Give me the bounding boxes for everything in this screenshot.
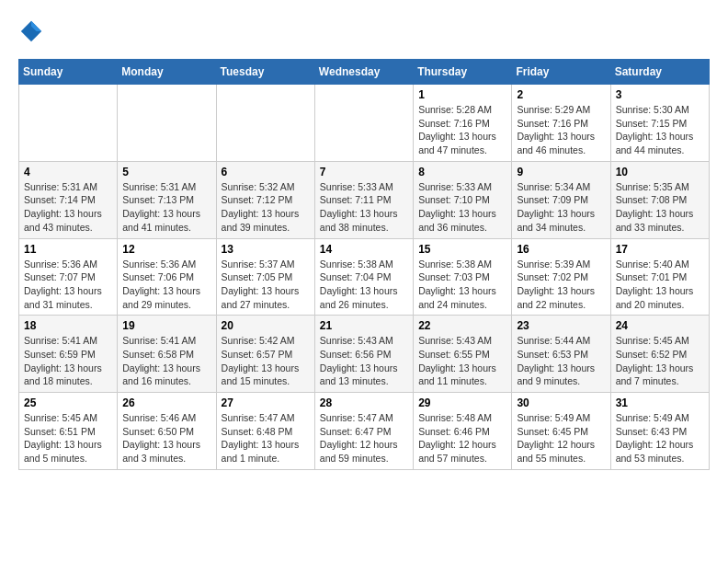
calendar-cell — [216, 85, 314, 162]
calendar-header-row: SundayMondayTuesdayWednesdayThursdayFrid… — [19, 60, 710, 85]
day-number: 13 — [222, 243, 310, 256]
day-info: Sunrise: 5:47 AMSunset: 6:48 PMDaylight:… — [222, 411, 310, 465]
calendar-cell: 1Sunrise: 5:28 AMSunset: 7:16 PMDaylight… — [414, 85, 512, 162]
calendar-cell: 21Sunrise: 5:43 AMSunset: 6:56 PMDayligh… — [314, 316, 413, 393]
day-number: 16 — [517, 243, 605, 256]
day-number: 21 — [320, 319, 408, 332]
header-monday: Monday — [118, 60, 216, 85]
day-number: 29 — [418, 396, 506, 409]
day-number: 20 — [222, 319, 310, 332]
day-number: 14 — [320, 243, 408, 256]
day-info: Sunrise: 5:47 AMSunset: 6:47 PMDaylight:… — [320, 411, 408, 465]
day-number: 5 — [122, 166, 210, 178]
day-number: 7 — [320, 166, 408, 178]
day-number: 30 — [517, 396, 605, 409]
calendar-cell: 20Sunrise: 5:42 AMSunset: 6:57 PMDayligh… — [216, 316, 314, 393]
day-number: 31 — [616, 396, 704, 409]
calendar-cell: 15Sunrise: 5:38 AMSunset: 7:03 PMDayligh… — [414, 238, 512, 316]
page-header — [18, 18, 710, 44]
calendar-cell: 11Sunrise: 5:36 AMSunset: 7:07 PMDayligh… — [19, 238, 118, 316]
day-info: Sunrise: 5:45 AMSunset: 6:51 PMDaylight:… — [24, 411, 112, 465]
calendar-cell: 22Sunrise: 5:43 AMSunset: 6:55 PMDayligh… — [414, 316, 512, 393]
day-info: Sunrise: 5:48 AMSunset: 6:46 PMDaylight:… — [418, 411, 506, 465]
day-number: 25 — [24, 396, 112, 409]
day-info: Sunrise: 5:37 AMSunset: 7:05 PMDaylight:… — [222, 258, 310, 312]
header-sunday: Sunday — [19, 60, 118, 85]
header-friday: Friday — [512, 60, 610, 85]
calendar-cell: 13Sunrise: 5:37 AMSunset: 7:05 PMDayligh… — [216, 238, 314, 316]
day-number: 10 — [616, 166, 704, 178]
day-info: Sunrise: 5:31 AMSunset: 7:14 PMDaylight:… — [24, 180, 112, 235]
calendar-cell: 9Sunrise: 5:34 AMSunset: 7:09 PMDaylight… — [512, 161, 610, 238]
day-info: Sunrise: 5:42 AMSunset: 6:57 PMDaylight:… — [222, 334, 310, 388]
day-number: 18 — [24, 319, 112, 332]
day-info: Sunrise: 5:29 AMSunset: 7:16 PMDaylight:… — [517, 103, 605, 157]
day-number: 26 — [122, 396, 210, 409]
day-info: Sunrise: 5:40 AMSunset: 7:01 PMDaylight:… — [616, 258, 704, 312]
day-info: Sunrise: 5:33 AMSunset: 7:10 PMDaylight:… — [418, 180, 506, 235]
calendar-cell: 23Sunrise: 5:44 AMSunset: 6:53 PMDayligh… — [512, 316, 610, 393]
day-info: Sunrise: 5:41 AMSunset: 6:58 PMDaylight:… — [122, 334, 210, 388]
day-number: 8 — [418, 166, 506, 178]
day-number: 12 — [122, 243, 210, 256]
calendar-cell: 31Sunrise: 5:49 AMSunset: 6:43 PMDayligh… — [610, 393, 709, 470]
day-info: Sunrise: 5:32 AMSunset: 7:12 PMDaylight:… — [222, 180, 310, 235]
calendar-cell: 14Sunrise: 5:38 AMSunset: 7:04 PMDayligh… — [314, 238, 413, 316]
day-number: 19 — [122, 319, 210, 332]
day-info: Sunrise: 5:38 AMSunset: 7:04 PMDaylight:… — [320, 258, 408, 312]
calendar-cell: 30Sunrise: 5:49 AMSunset: 6:45 PMDayligh… — [512, 393, 610, 470]
calendar-cell: 2Sunrise: 5:29 AMSunset: 7:16 PMDaylight… — [512, 85, 610, 162]
day-number: 15 — [418, 243, 506, 256]
day-number: 17 — [616, 243, 704, 256]
calendar-week-3: 11Sunrise: 5:36 AMSunset: 7:07 PMDayligh… — [19, 238, 710, 316]
calendar: SundayMondayTuesdayWednesdayThursdayFrid… — [18, 59, 710, 470]
calendar-cell: 4Sunrise: 5:31 AMSunset: 7:14 PMDaylight… — [19, 161, 118, 238]
day-number: 24 — [616, 319, 704, 332]
header-tuesday: Tuesday — [216, 60, 314, 85]
logo — [18, 18, 48, 44]
day-number: 9 — [517, 166, 605, 178]
header-wednesday: Wednesday — [314, 60, 413, 85]
calendar-cell: 16Sunrise: 5:39 AMSunset: 7:02 PMDayligh… — [512, 238, 610, 316]
day-info: Sunrise: 5:35 AMSunset: 7:08 PMDaylight:… — [616, 180, 704, 235]
day-number: 23 — [517, 319, 605, 332]
day-info: Sunrise: 5:39 AMSunset: 7:02 PMDaylight:… — [517, 258, 605, 312]
calendar-cell: 7Sunrise: 5:33 AMSunset: 7:11 PMDaylight… — [314, 161, 413, 238]
calendar-cell: 5Sunrise: 5:31 AMSunset: 7:13 PMDaylight… — [118, 161, 216, 238]
day-info: Sunrise: 5:44 AMSunset: 6:53 PMDaylight:… — [517, 334, 605, 388]
day-info: Sunrise: 5:34 AMSunset: 7:09 PMDaylight:… — [517, 180, 605, 235]
day-info: Sunrise: 5:30 AMSunset: 7:15 PMDaylight:… — [616, 103, 704, 157]
day-info: Sunrise: 5:36 AMSunset: 7:06 PMDaylight:… — [122, 258, 210, 312]
calendar-cell: 6Sunrise: 5:32 AMSunset: 7:12 PMDaylight… — [216, 161, 314, 238]
day-info: Sunrise: 5:33 AMSunset: 7:11 PMDaylight:… — [320, 180, 408, 235]
day-info: Sunrise: 5:49 AMSunset: 6:45 PMDaylight:… — [517, 411, 605, 465]
day-number: 28 — [320, 396, 408, 409]
calendar-cell — [314, 85, 413, 162]
calendar-week-5: 25Sunrise: 5:45 AMSunset: 6:51 PMDayligh… — [19, 393, 710, 470]
calendar-cell: 8Sunrise: 5:33 AMSunset: 7:10 PMDaylight… — [414, 161, 512, 238]
day-number: 4 — [24, 166, 112, 178]
day-info: Sunrise: 5:36 AMSunset: 7:07 PMDaylight:… — [24, 258, 112, 312]
calendar-cell: 19Sunrise: 5:41 AMSunset: 6:58 PMDayligh… — [118, 316, 216, 393]
calendar-cell: 26Sunrise: 5:46 AMSunset: 6:50 PMDayligh… — [118, 393, 216, 470]
calendar-cell: 10Sunrise: 5:35 AMSunset: 7:08 PMDayligh… — [610, 161, 709, 238]
day-info: Sunrise: 5:38 AMSunset: 7:03 PMDaylight:… — [418, 258, 506, 312]
calendar-cell: 17Sunrise: 5:40 AMSunset: 7:01 PMDayligh… — [610, 238, 709, 316]
day-number: 6 — [222, 166, 310, 178]
calendar-cell: 25Sunrise: 5:45 AMSunset: 6:51 PMDayligh… — [19, 393, 118, 470]
day-info: Sunrise: 5:46 AMSunset: 6:50 PMDaylight:… — [122, 411, 210, 465]
calendar-cell: 12Sunrise: 5:36 AMSunset: 7:06 PMDayligh… — [118, 238, 216, 316]
day-number: 11 — [24, 243, 112, 256]
calendar-week-4: 18Sunrise: 5:41 AMSunset: 6:59 PMDayligh… — [19, 316, 710, 393]
day-info: Sunrise: 5:28 AMSunset: 7:16 PMDaylight:… — [418, 103, 506, 157]
calendar-cell — [19, 85, 118, 162]
day-info: Sunrise: 5:43 AMSunset: 6:55 PMDaylight:… — [418, 334, 506, 388]
header-saturday: Saturday — [610, 60, 709, 85]
calendar-cell — [118, 85, 216, 162]
calendar-cell: 28Sunrise: 5:47 AMSunset: 6:47 PMDayligh… — [314, 393, 413, 470]
day-info: Sunrise: 5:45 AMSunset: 6:52 PMDaylight:… — [616, 334, 704, 388]
calendar-cell: 24Sunrise: 5:45 AMSunset: 6:52 PMDayligh… — [610, 316, 709, 393]
day-number: 22 — [418, 319, 506, 332]
day-number: 1 — [418, 88, 506, 101]
day-info: Sunrise: 5:41 AMSunset: 6:59 PMDaylight:… — [24, 334, 112, 388]
